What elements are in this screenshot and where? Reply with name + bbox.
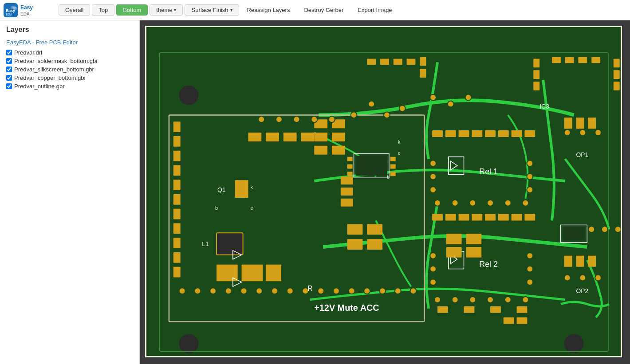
- app-logo[interactable]: Easy EDA Easy EDA: [4, 2, 52, 18]
- svg-rect-203: [173, 223, 181, 234]
- svg-rect-153: [314, 133, 327, 141]
- svg-rect-159: [356, 156, 387, 176]
- main-layout: Layers EasyEDA - Free PCB Editor Predvar…: [0, 20, 630, 364]
- pcb-board: IC3 OP1: [145, 26, 622, 357]
- svg-rect-177: [266, 265, 281, 282]
- svg-point-65: [430, 187, 436, 193]
- layer-item: Predvar.drl: [6, 49, 133, 56]
- svg-text:Easy: Easy: [20, 4, 33, 11]
- theme-button[interactable]: theme ▾: [150, 4, 183, 16]
- svg-point-63: [430, 160, 436, 167]
- svg-point-43: [579, 129, 586, 136]
- svg-point-174: [329, 116, 335, 122]
- svg-point-11: [564, 334, 584, 353]
- svg-rect-202: [173, 209, 181, 219]
- svg-rect-16: [394, 59, 402, 65]
- surface-finish-dropdown-arrow: ▾: [230, 8, 232, 12]
- svg-point-219: [588, 226, 595, 232]
- easyeda-link[interactable]: EasyEDA - Free PCB Editor: [6, 39, 133, 46]
- svg-rect-168: [284, 133, 297, 141]
- svg-rect-204: [173, 238, 181, 248]
- svg-rect-198: [173, 151, 181, 161]
- svg-rect-84: [445, 214, 456, 221]
- svg-point-81: [505, 200, 511, 206]
- svg-point-182: [210, 288, 216, 294]
- layer-checkbox[interactable]: [6, 58, 12, 64]
- svg-rect-127: [504, 317, 514, 324]
- svg-point-184: [241, 288, 247, 294]
- svg-point-38: [399, 106, 406, 112]
- svg-rect-200: [173, 180, 181, 190]
- svg-rect-28: [614, 70, 620, 79]
- svg-rect-74: [498, 130, 509, 137]
- svg-rect-211: [347, 239, 363, 250]
- surface-finish-label: Surface Finish: [191, 7, 228, 13]
- toolbar: Easy EDA Easy EDA Overall Top Bottom the…: [0, 0, 630, 20]
- svg-rect-20: [533, 59, 539, 67]
- svg-rect-17: [407, 59, 416, 65]
- svg-rect-85: [459, 214, 469, 221]
- export-image-button[interactable]: Export Image: [351, 5, 398, 15]
- svg-rect-45: [564, 117, 572, 129]
- surface-finish-button[interactable]: Surface Finish ▾: [185, 4, 239, 16]
- svg-rect-212: [367, 239, 382, 250]
- svg-point-113: [430, 279, 436, 285]
- svg-point-195: [410, 288, 417, 294]
- svg-point-94: [564, 274, 571, 281]
- layer-checkbox[interactable]: [6, 67, 12, 72]
- svg-point-39: [430, 94, 436, 101]
- svg-rect-154: [314, 146, 327, 155]
- svg-rect-25: [578, 57, 587, 63]
- svg-rect-22: [533, 82, 539, 90]
- layer-name: Predvar_outline.gbr: [14, 83, 64, 90]
- svg-text:e: e: [250, 205, 253, 211]
- layer-checkbox[interactable]: [6, 50, 12, 55]
- svg-point-187: [287, 288, 293, 294]
- svg-rect-87: [485, 214, 496, 221]
- layer-item: Predvar_copper_bottom.gbr: [6, 74, 133, 81]
- svg-rect-196: [173, 121, 181, 132]
- svg-rect-89: [512, 214, 522, 221]
- svg-rect-24: [565, 57, 574, 63]
- overall-button[interactable]: Overall: [59, 4, 90, 16]
- reassign-layers-button[interactable]: Reassign Layers: [241, 5, 296, 15]
- svg-rect-199: [173, 165, 181, 176]
- svg-text:EDA: EDA: [20, 12, 30, 16]
- svg-point-191: [349, 288, 355, 294]
- svg-rect-92: [576, 256, 584, 267]
- svg-rect-128: [517, 317, 528, 324]
- svg-rect-46: [576, 117, 584, 129]
- layer-name: Predvar_silkscreen_bottom.gbr: [14, 66, 94, 73]
- svg-point-79: [469, 200, 476, 206]
- destroy-gerber-button[interactable]: Destroy Gerber: [298, 5, 350, 15]
- svg-rect-14: [367, 59, 376, 65]
- layer-item: Predvar_soldermask_bottom.gbr: [6, 58, 133, 64]
- svg-rect-150: [217, 233, 243, 255]
- layer-name: Predvar_copper_bottom.gbr: [14, 74, 86, 81]
- svg-point-64: [430, 173, 436, 180]
- svg-rect-19: [420, 69, 426, 78]
- svg-text:k: k: [398, 139, 401, 145]
- svg-rect-214: [466, 234, 481, 244]
- svg-rect-76: [524, 130, 535, 137]
- svg-rect-156: [332, 133, 345, 141]
- svg-text:L1: L1: [202, 240, 209, 247]
- layer-checkbox[interactable]: [6, 83, 12, 89]
- canvas-area: IC3 OP1: [140, 20, 630, 364]
- svg-point-186: [272, 288, 278, 294]
- svg-rect-206: [173, 267, 181, 278]
- top-button[interactable]: Top: [92, 4, 114, 16]
- bottom-button[interactable]: Bottom: [116, 4, 148, 16]
- svg-point-42: [564, 129, 571, 136]
- svg-point-4: [13, 7, 17, 10]
- svg-rect-69: [432, 130, 443, 137]
- sidebar: Layers EasyEDA - Free PCB Editor Predvar…: [0, 20, 140, 364]
- svg-rect-27: [614, 59, 620, 67]
- svg-rect-142: [235, 180, 248, 198]
- svg-rect-205: [173, 252, 181, 263]
- svg-rect-210: [367, 224, 382, 235]
- svg-point-40: [448, 101, 454, 107]
- svg-point-193: [379, 288, 386, 294]
- svg-point-78: [452, 200, 458, 206]
- layer-checkbox[interactable]: [6, 75, 12, 81]
